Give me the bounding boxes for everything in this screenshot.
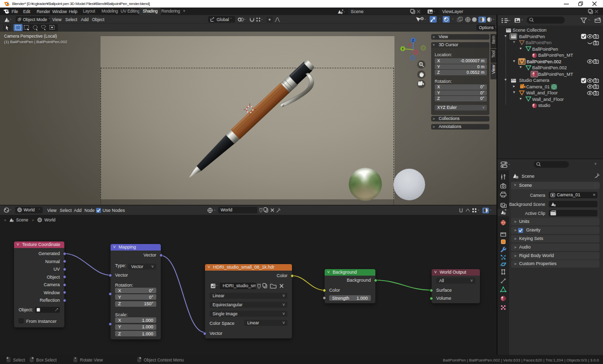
svg-text:ˇ: ˇ	[478, 208, 479, 213]
svg-text:ˇ: ˇ	[344, 11, 345, 14]
svg-text:ˇ: ˇ	[509, 19, 511, 24]
svg-text:ˇ: ˇ	[425, 18, 426, 23]
svg-text:ˇ: ˇ	[490, 208, 491, 213]
svg-text:ˇ: ˇ	[588, 19, 590, 23]
svg-text:ˇ: ˇ	[244, 18, 246, 23]
svg-text:ˇ: ˇ	[522, 19, 523, 23]
svg-text:ˇ: ˇ	[493, 18, 494, 23]
svg-text:ˇ: ˇ	[509, 163, 510, 168]
svg-text:ˇ: ˇ	[214, 208, 216, 213]
svg-text:ˇ: ˇ	[10, 208, 12, 213]
svg-text:ˇ: ˇ	[261, 18, 263, 23]
svg-text:X: X	[409, 43, 411, 47]
svg-text:Z: Z	[412, 39, 414, 42]
svg-text:ˇ: ˇ	[217, 285, 218, 288]
svg-text:ˇ: ˇ	[434, 10, 435, 14]
svg-text:Y: Y	[401, 47, 404, 51]
svg-text:ˇ: ˇ	[10, 19, 12, 22]
